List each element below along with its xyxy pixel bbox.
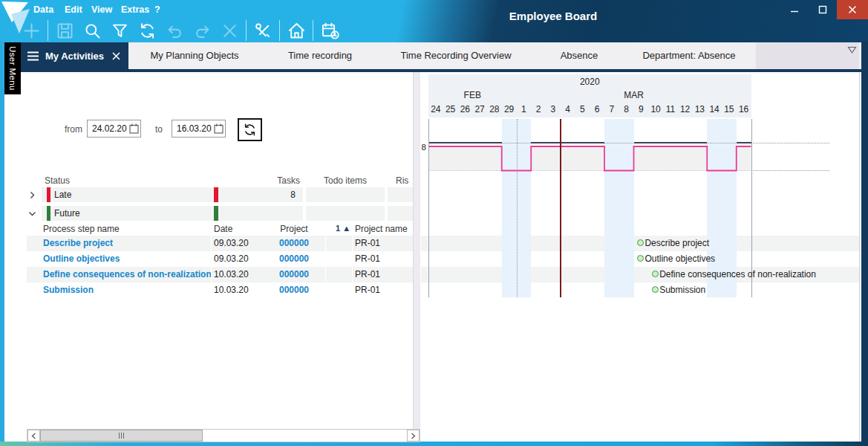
tab-overflow-area	[756, 42, 859, 69]
toolbar-separator	[48, 20, 48, 41]
gantt-day-label: 27	[472, 104, 487, 114]
window-right-border	[861, 41, 868, 446]
date-cell: 09.03.20	[214, 238, 249, 248]
panel-right-divider	[859, 72, 860, 442]
toolbar-separator	[279, 20, 280, 41]
refresh-icon[interactable]	[136, 19, 158, 42]
risks-col-header: Ris	[396, 175, 408, 186]
process-step-row[interactable]: Submission10.03.20000000PR-01	[27, 282, 420, 298]
menu-item-view[interactable]: View	[91, 4, 112, 15]
from-date-input[interactable]	[87, 120, 141, 138]
menu-item-data[interactable]: Data	[33, 4, 53, 15]
tab-department-absence[interactable]: Department: Absence	[642, 50, 735, 61]
toolbar	[20, 19, 341, 42]
tab-absence[interactable]: Absence	[561, 50, 598, 61]
toolbar-separator	[246, 20, 247, 41]
process-step-link[interactable]: Outline objectives	[43, 253, 120, 264]
process-step-link[interactable]: Describe project	[43, 238, 113, 248]
tab-time-recording-overview[interactable]: Time Recording Overview	[400, 50, 511, 61]
planning-board-icon[interactable]	[319, 19, 341, 42]
gantt-day-label: 11	[663, 104, 678, 114]
gantt-day-label: 7	[604, 104, 619, 114]
gantt-day-label: 9	[634, 104, 649, 114]
close-button[interactable]	[837, 0, 868, 19]
undo-icon	[163, 19, 186, 42]
today-line	[560, 119, 561, 297]
project-name-cell: PR-01	[355, 253, 380, 264]
maximize-button[interactable]	[809, 0, 837, 19]
status-cell: Future	[42, 206, 214, 221]
scroll-right-button[interactable]	[407, 430, 420, 442]
process-step-col-header: Process step name	[43, 224, 120, 234]
user-menu-tab[interactable]: User Menu	[4, 42, 21, 94]
todo-cell	[306, 206, 385, 221]
scroll-left-button[interactable]	[27, 430, 40, 442]
status-row-future[interactable]: Future	[27, 206, 420, 221]
capacity-line-segment	[634, 142, 708, 143]
status-row-late[interactable]: Late8	[27, 187, 420, 202]
gantt-day-label: 28	[487, 104, 502, 114]
gantt-month-label-feb: FEB	[450, 90, 495, 100]
sort-indicator[interactable]: 1 ▲	[336, 224, 350, 233]
gantt-day-label: 29	[502, 104, 517, 114]
gantt-day-label: 25	[443, 104, 458, 114]
date-cell: 10.03.20	[214, 269, 249, 279]
to-date-input[interactable]	[172, 120, 226, 138]
tab-my-activities[interactable]: My Activities	[21, 42, 128, 69]
application-window: DataEditViewExtras? Employee Board My Ac…	[0, 0, 868, 446]
window-left-border	[0, 41, 4, 446]
apply-refresh-button[interactable]	[238, 118, 262, 141]
process-step-link[interactable]: Define consequences of non-realization	[43, 269, 212, 279]
window-controls	[780, 0, 868, 19]
to-label: to	[155, 124, 163, 135]
project-link[interactable]: 000000	[264, 285, 324, 295]
minimize-button[interactable]	[780, 0, 809, 19]
menu-item-help[interactable]: ?	[154, 4, 160, 15]
process-step-row[interactable]: Outline objectives09.03.20000000PR-01	[27, 251, 420, 267]
tasks-cell	[218, 206, 303, 221]
hamburger-icon[interactable]	[27, 51, 39, 61]
tasks-cell: 8	[218, 187, 303, 202]
milestone-label: Define consequences of non-realization	[659, 269, 816, 279]
gantt-day-label: 3	[546, 104, 561, 114]
redo-icon	[191, 19, 213, 42]
tools-icon[interactable]	[252, 19, 274, 42]
date-cell: 09.03.20	[214, 253, 249, 264]
tab-close-icon[interactable]	[112, 52, 120, 60]
save-icon	[53, 19, 76, 42]
process-step-row[interactable]: Describe project09.03.20000000PR-01	[27, 236, 420, 251]
status-label: Future	[54, 208, 80, 219]
toolbar-separator	[313, 20, 313, 41]
gantt-day-label: 14	[707, 104, 722, 114]
status-color-bar	[47, 187, 50, 202]
tab-my-planning-objects[interactable]: My Planning Objects	[150, 50, 238, 61]
project-link[interactable]: 000000	[264, 269, 324, 279]
active-tab-label: My Activities	[45, 51, 104, 62]
capacity-line-segment	[531, 142, 604, 143]
milestone-marker-icon	[637, 255, 644, 262]
menu-item-edit[interactable]: Edit	[65, 4, 82, 15]
project-link[interactable]: 000000	[264, 253, 324, 264]
gantt-day-label: 4	[561, 104, 575, 114]
project-link[interactable]: 000000	[264, 238, 324, 248]
date-cell: 10.03.20	[214, 285, 249, 295]
process-step-row[interactable]: Define consequences of non-realization10…	[27, 267, 420, 282]
home-icon[interactable]	[285, 19, 307, 42]
menu-item-extras[interactable]: Extras	[121, 4, 149, 15]
tab-underline	[0, 69, 868, 72]
collapse-chevron-icon[interactable]	[28, 210, 37, 219]
milestone-label: Outline objectives	[645, 253, 715, 264]
dropdown-arrow-icon[interactable]	[847, 46, 857, 56]
horizontal-scrollbar[interactable]	[27, 429, 420, 442]
todo-cell	[306, 187, 385, 202]
gantt-left-axis-line	[428, 119, 429, 297]
gantt-day-label: 8	[619, 104, 634, 114]
process-step-link[interactable]: Submission	[43, 285, 94, 295]
status-col-header: Status	[45, 175, 70, 186]
search-icon[interactable]	[81, 19, 103, 42]
tab-time-recording[interactable]: Time recording	[288, 50, 352, 61]
expand-chevron-icon[interactable]	[28, 191, 37, 200]
vertical-scrollbar[interactable]	[413, 72, 420, 429]
filter-icon[interactable]	[108, 19, 131, 42]
scrollbar-thumb[interactable]	[40, 430, 203, 442]
